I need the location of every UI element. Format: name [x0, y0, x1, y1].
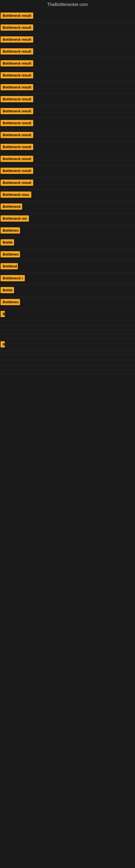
- list-item: Bottleneck result: [0, 165, 135, 177]
- list-item: [0, 335, 135, 339]
- list-item: Bottleneck result: [0, 34, 135, 46]
- list-item: Bottleneck result: [0, 58, 135, 70]
- bottleneck-result-badge[interactable]: B: [1, 311, 5, 317]
- list-item: Bottleneck r: [0, 273, 135, 285]
- bottleneck-result-badge[interactable]: Bottleneck r: [1, 275, 25, 281]
- bottleneck-result-badge[interactable]: Bottleneck resu: [1, 191, 31, 198]
- bottleneck-result-badge[interactable]: Bottleneck result: [1, 84, 33, 90]
- list-item: Bottleneck result: [0, 46, 135, 58]
- bottleneck-result-badge[interactable]: Bottleneck result: [1, 48, 33, 55]
- list-item: Bottlend: [0, 261, 135, 273]
- list-item: [0, 360, 135, 365]
- site-title: TheBottlenecker.com: [0, 0, 135, 10]
- list-item: Bottleneck result: [0, 70, 135, 82]
- results-list: Bottleneck resultBottleneck resultBottle…: [0, 10, 135, 374]
- bottleneck-result-badge[interactable]: Bottleneck result: [1, 36, 33, 42]
- bottleneck-result-badge[interactable]: Bottlenec: [1, 299, 20, 305]
- list-item: Bottleneck result: [0, 82, 135, 94]
- list-item: Bottle: [0, 237, 135, 249]
- list-item: Bottleneck result: [0, 177, 135, 189]
- list-item: Bottleneck result: [0, 10, 135, 22]
- list-item: [0, 330, 135, 335]
- bottleneck-result-badge[interactable]: B: [1, 341, 5, 347]
- list-item: Bottleneck: [0, 201, 135, 213]
- list-item: [0, 369, 135, 374]
- bottleneck-result-badge[interactable]: Bottleneck result: [1, 96, 33, 102]
- list-item: [0, 351, 135, 355]
- list-item: Bottleneck result: [0, 94, 135, 106]
- bottleneck-result-badge[interactable]: Bottleneck result: [1, 60, 33, 66]
- list-item: Bottleneck res: [0, 213, 135, 225]
- list-item: Bottleneck result: [0, 106, 135, 118]
- list-item: [0, 325, 135, 330]
- list-item: [0, 321, 135, 325]
- list-item: Bottleneck result: [0, 118, 135, 130]
- bottleneck-result-badge[interactable]: Bottleneck: [1, 204, 22, 210]
- list-item: Bottleneck resu: [0, 189, 135, 201]
- list-item: Bottleneck result: [0, 130, 135, 142]
- list-item: B: [0, 339, 135, 351]
- bottleneck-result-badge[interactable]: Bottleneck result: [1, 108, 33, 114]
- list-item: Bottleneck result: [0, 142, 135, 154]
- list-item: Bottleneck result: [0, 22, 135, 34]
- bottleneck-result-badge[interactable]: Bottlend: [1, 263, 18, 269]
- bottleneck-result-badge[interactable]: Bottleneck result: [1, 12, 33, 19]
- bottleneck-result-badge[interactable]: Bottleneck result: [1, 120, 33, 126]
- list-item: Bottle: [0, 285, 135, 297]
- list-item: Bottleneck result: [0, 154, 135, 165]
- list-item: B: [0, 309, 135, 321]
- bottleneck-result-badge[interactable]: Bottlenec: [1, 251, 20, 257]
- bottleneck-result-badge[interactable]: Bottleneck result: [1, 132, 33, 138]
- bottleneck-result-badge[interactable]: Bottleneck result: [1, 156, 33, 162]
- list-item: Bottlenec: [0, 249, 135, 261]
- bottleneck-result-badge[interactable]: Bottleneck result: [1, 167, 33, 174]
- list-item: [0, 365, 135, 369]
- bottleneck-result-badge[interactable]: Bottleneck result: [1, 24, 33, 31]
- bottleneck-result-badge[interactable]: Bottleneck result: [1, 180, 33, 186]
- bottleneck-result-badge[interactable]: Bottleneck result: [1, 144, 33, 150]
- bottleneck-result-badge[interactable]: Bottle: [1, 287, 14, 293]
- list-item: [0, 355, 135, 360]
- bottleneck-result-badge[interactable]: Bottleneck result: [1, 72, 33, 79]
- bottleneck-result-badge[interactable]: Bottleneck res: [1, 215, 29, 222]
- bottleneck-result-badge[interactable]: Bottle: [1, 239, 14, 246]
- bottleneck-result-badge[interactable]: Bottlenec: [1, 227, 20, 234]
- list-item: Bottlenec: [0, 225, 135, 237]
- list-item: Bottlenec: [0, 297, 135, 309]
